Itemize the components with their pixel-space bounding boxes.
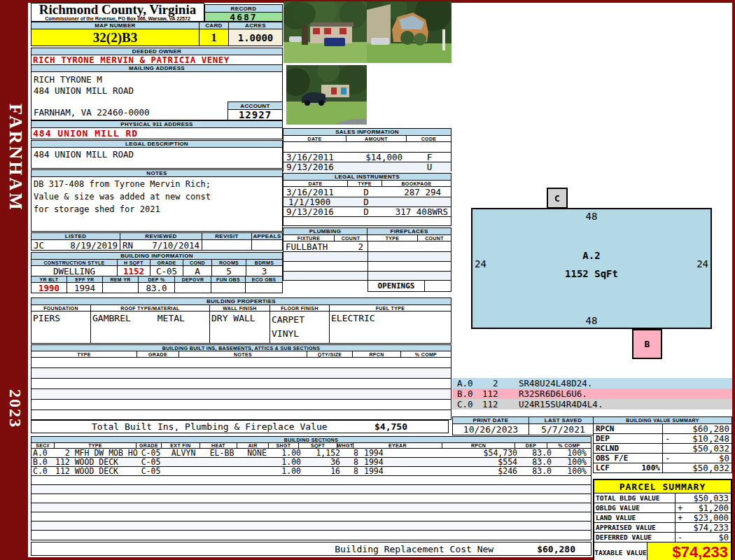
property-photo-front (284, 1, 367, 63)
sketch-section-label: A.2 (472, 250, 710, 261)
map-number-value: 32(2)B3 (31, 29, 200, 46)
legend-row-a: A.0 2 SR48U24L48D24. (452, 378, 732, 388)
parcel-summary-title: PARCEL SUMMARY (594, 480, 731, 493)
building-replacement-label: Building Replacement Cost New (335, 544, 493, 554)
dep-pct-value: 83.0 (138, 282, 175, 293)
card-value: 1 (199, 29, 229, 46)
sketch-legend: A.0 2 SR48U24L48D24. B.0 112 R32SR6D6L6U… (452, 378, 732, 410)
construction-style-value: DWELLING (31, 265, 118, 276)
cond-value: A (183, 265, 212, 276)
mail-line-2: 484 UNION MILL ROAD (34, 85, 134, 96)
plumbing-row-empty (284, 251, 451, 261)
grade-value: C-05 (150, 265, 183, 276)
depovr-value (174, 282, 211, 293)
section-row-c: C.0 112 WOOD DECK C-05 1.00 16 8 1994 $2… (31, 467, 591, 476)
building-info-value-row-1: DWELLING 1152 C-05 A 5 3 (31, 265, 283, 276)
taxable-value-amount: $74,233 (648, 542, 731, 560)
instrument-row: 3/16/2011 D 287 294 (284, 187, 451, 197)
fixture-count-value: 2 (346, 241, 368, 251)
mail-line-1: RICH TYRONE M (34, 74, 102, 85)
building-replacement-row: Building Replacement Cost New $60,280 (31, 542, 592, 556)
instrument-row-empty (284, 216, 451, 225)
value-summary-row: LCF100% $50,032 (593, 463, 732, 473)
property-record-card: FARNHAM 2023 Richmond County, Virginia C… (0, 0, 735, 560)
building-replacement-value: $60,280 (493, 544, 591, 554)
roof-material-value: METAL (131, 313, 185, 323)
account-value: 12927 (227, 109, 283, 120)
parcel-summary-row: DEFERRED VALUE -$0 (594, 533, 731, 542)
instrument-row: 1/1/1900 D (284, 197, 451, 206)
roof-value: GAMBREL METAL (90, 311, 210, 344)
built-ins-total-value: $4,750 (374, 421, 448, 432)
building-properties-value-row: PIERS GAMBREL METAL DRY WALL CARPET VINY… (31, 311, 451, 344)
built-ins-total-label: Total Built Ins, Plumbing & Fireplace Va… (31, 421, 328, 432)
value-summary-row: RCLND $50,032 (593, 443, 732, 454)
parcel-summary-row: LAND VALUE +$23,000 (594, 513, 731, 523)
sales-rows-box: 3/16/2011 $14,000 F 9/13/2016 U (283, 141, 451, 172)
plumbing-row: FULLBATH 2 (284, 241, 451, 251)
sketch-dim-top: 48 (472, 211, 710, 222)
plumbing-row-empty (284, 271, 451, 280)
parcel-summary-row: APPRAISED VALUE $74,233 (594, 523, 731, 533)
note-line-1: DB 317-408 from Tyrone Mervin Rich; (34, 179, 211, 189)
built-ins-total-row: Total Built Ins, Plumbing & Fireplace Va… (31, 420, 449, 433)
parcel-summary-row: OBLDG VALUE +$1,200 (594, 503, 731, 513)
built-ins-rows-box (31, 357, 451, 420)
notes-box: DB 317-408 from Tyrone Mervin Rich; Valu… (31, 176, 283, 232)
commissioner-subtitle: Commissioner of the Revenue, PO Box 366,… (31, 15, 204, 22)
district-label: FARNHAM (5, 104, 26, 212)
owner-name-text: RICH TYRONE MERVIN & PATRICIA VENEY (33, 55, 230, 65)
tax-year-label: 2023 (6, 389, 24, 428)
floor-finish-value: CARPET VINYL (270, 311, 330, 344)
taxable-value-row: TAXABLE VALUE $74,233 (594, 542, 731, 560)
appeals-value (251, 239, 283, 251)
sales-row (284, 142, 451, 152)
openings-row: OPENINGS (368, 280, 451, 292)
legend-row-b: B.0 112 R32SR6D6L6U6. (452, 388, 732, 399)
sketch-dim-bottom: 48 (472, 315, 710, 326)
county-header-box: Richmond County, Virginia Commissioner o… (31, 3, 204, 22)
fixture-value: FULLBATH (284, 241, 346, 251)
listed-date: 8/19/2019 (70, 240, 118, 251)
reviewed-date: 7/10/2014 (152, 240, 200, 251)
mail-line-3: FARNHAM, VA 22460-0000 (34, 107, 150, 118)
building-sections-rows: A.0 2 MFH DW MOB HOME C-05 ALVYN EL-BB N… (31, 448, 592, 540)
last-saved-value: 5/7/2021 (528, 424, 598, 435)
foundation-value: PIERS (31, 311, 91, 344)
sketch-section-c: C (547, 188, 568, 209)
county-title: Richmond County, Virginia (31, 4, 204, 15)
deeded-owner-name: RICH TYRONE MERVIN & PATRICIA VENEY (31, 55, 283, 65)
openings-label: OPENINGS (368, 280, 425, 292)
openings-value (424, 280, 451, 292)
revisit-value (202, 239, 252, 251)
plumbing-rows-box: FULLBATH 2 (283, 241, 451, 281)
legend-row-c: C.0 112 U24R15SU4R4D4L4. (452, 399, 732, 410)
taxable-value-label: TAXABLE VALUE (594, 542, 648, 560)
bdrms-value: 3 (246, 265, 283, 276)
instrument-row: 9/13/2016 D 317 408WRS (284, 206, 451, 216)
note-line-3: for storage shed for 2021 (34, 204, 160, 214)
reviewed-by: RN (122, 240, 133, 251)
note-line-2: Value & size was added at new const (34, 192, 211, 202)
roof-type-value: GAMBREL (91, 313, 131, 323)
sales-row: 9/13/2016 U (284, 162, 451, 172)
sketch-section-b: B (632, 329, 662, 359)
parcel-summary-row: TOTAL BLDG VALUE $50,033 (594, 493, 731, 503)
hsqft-value: 1152 (117, 265, 150, 276)
effyr-value: 1994 (66, 282, 103, 293)
sketch-section-a: 48 48 24 24 A.2 1152 SqFt (471, 208, 712, 329)
review-value-row: JC 8/19/2019 RN 7/10/2014 (31, 239, 283, 251)
parcel-summary: PARCEL SUMMARY TOTAL BLDG VALUE $50,033 … (593, 479, 732, 560)
print-value-row: 10/26/2023 5/7/2021 (452, 424, 598, 435)
funobs-value (211, 282, 246, 293)
legal-description-value: 484 UNION MILL ROAD (34, 149, 134, 160)
listed-by: JC (34, 240, 44, 251)
property-photo-yard (286, 65, 367, 125)
sketch-section-sqft: 1152 SqFt (472, 268, 710, 279)
acres-value: 1.0000 (228, 29, 283, 46)
section-row-b: B.0 112 WOOD DECK C-05 1.00 36 8 1994 $5… (31, 458, 591, 467)
property-photo-shed (367, 1, 451, 63)
physical-address-box: 484 UNION MILL RD (31, 127, 283, 139)
rooms-value: 5 (211, 265, 246, 276)
building-info-value-row-2: 1990 1994 83.0 (31, 282, 283, 293)
